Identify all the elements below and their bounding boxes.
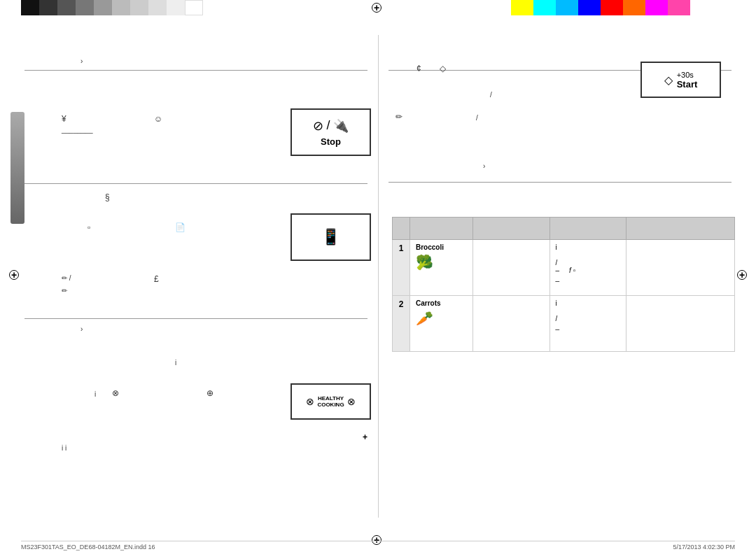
panel-icon: 📱 xyxy=(321,228,340,246)
row-2-num: 2 xyxy=(393,296,410,352)
stop-separator: / xyxy=(326,118,330,133)
table-header-col5 xyxy=(626,218,735,240)
txt-slash-r1: / xyxy=(490,91,492,99)
table-header-col4 xyxy=(550,218,626,240)
reg-mark-left xyxy=(8,269,20,280)
start-label-group: +30s Start xyxy=(677,71,698,90)
symbol-yen: ¥ xyxy=(62,114,66,124)
symbol-doc: 📄 xyxy=(175,222,186,232)
table-header-col3 xyxy=(472,218,550,240)
txt-info-1: i xyxy=(175,359,176,367)
healthy-label: HEALTHY COOKING xyxy=(317,395,344,408)
start-plus30: +30s xyxy=(677,71,698,79)
dial-container: + xyxy=(290,430,371,472)
reg-mark-top xyxy=(371,2,382,13)
stop-circle-icon: ⊘ xyxy=(313,118,323,134)
row-1-num: 1 xyxy=(393,240,410,296)
txt-edit2: ✏ xyxy=(62,287,67,294)
row-2-col3 xyxy=(472,296,550,352)
symbol-gear: ⊕ xyxy=(206,388,214,398)
table-row: 1 Broccoli 🥦 i / – f ▫ _ xyxy=(393,240,735,296)
bw-color-bar xyxy=(21,0,203,15)
symbol-pound: £ xyxy=(154,274,159,284)
row-2-item: Carrots 🥕 xyxy=(410,296,472,352)
section-line-1 xyxy=(24,70,368,71)
symbol-cent: ¢ xyxy=(416,64,421,73)
start-label: Start xyxy=(677,79,698,90)
stop-icon-row: ⊘ / 🔌 xyxy=(313,118,348,134)
symbol-edit-person: ☺ xyxy=(154,114,162,124)
panel-button[interactable]: 📱 xyxy=(290,213,371,261)
vertical-divider xyxy=(378,35,379,518)
plus-icon: + xyxy=(363,432,368,442)
footer-left: MS23F301TAS_EO_DE68-04182M_EN.indd 16 xyxy=(21,544,155,551)
symbol-section: § xyxy=(105,192,110,202)
stop-label: Stop xyxy=(321,136,341,147)
txt-line-1: ________ xyxy=(62,126,93,134)
txt-slash-r2: / xyxy=(476,114,478,122)
symbol-small-sq: ▫ xyxy=(88,222,90,232)
txt-arrow-r: › xyxy=(483,162,485,170)
row-1-item: Broccoli 🥦 xyxy=(410,240,472,296)
row-2-col4: i / _ xyxy=(550,296,626,352)
symbol-edit-r: ✏ xyxy=(396,112,402,122)
txt-info-i: i xyxy=(94,390,96,398)
txt-arrow-1: › xyxy=(80,57,83,65)
footer-right: 5/17/2013 4:02:30 PM xyxy=(673,544,735,551)
start-diamond-icon: ◇ xyxy=(664,73,673,87)
txt-edit-slash: ✏ / xyxy=(62,274,71,282)
table-header-num xyxy=(393,218,410,240)
symbol-circle-icon: ⊗ xyxy=(112,388,119,398)
food-table: 1 Broccoli 🥦 i / – f ▫ _ 2 xyxy=(392,217,735,352)
carrots-icon: 🥕 xyxy=(416,310,467,327)
row-1-col4: i / – f ▫ _ xyxy=(550,240,626,296)
section-line-3 xyxy=(24,318,368,319)
txt-arrow-2: › xyxy=(80,325,83,333)
healthy-button[interactable]: ⊗ HEALTHY COOKING ⊗ xyxy=(290,383,371,420)
left-tab xyxy=(10,112,24,224)
symbol-diamond: ◇ xyxy=(440,64,446,73)
row-1-col5 xyxy=(626,240,735,296)
section-line-2 xyxy=(24,183,368,184)
row-2-col5 xyxy=(626,296,735,352)
stop-button[interactable]: ⊘ / 🔌 Stop xyxy=(290,108,371,156)
row-1-col3 xyxy=(472,240,550,296)
healthy-icon-left: ⊗ xyxy=(306,396,314,407)
color-bar xyxy=(511,0,735,15)
healthy-icon-right: ⊗ xyxy=(347,396,356,407)
start-button[interactable]: ◇ +30s Start xyxy=(640,62,721,98)
txt-info-ii: i i xyxy=(62,444,66,452)
stop-plugin-icon: 🔌 xyxy=(333,118,349,134)
table-row: 2 Carrots 🥕 i / _ xyxy=(393,296,735,352)
section-line-r2 xyxy=(388,182,732,183)
reg-mark-right xyxy=(736,269,748,280)
broccoli-icon: 🥦 xyxy=(416,254,467,271)
table-header-item xyxy=(410,218,472,240)
footer: MS23F301TAS_EO_DE68-04182M_EN.indd 16 5/… xyxy=(21,541,735,551)
